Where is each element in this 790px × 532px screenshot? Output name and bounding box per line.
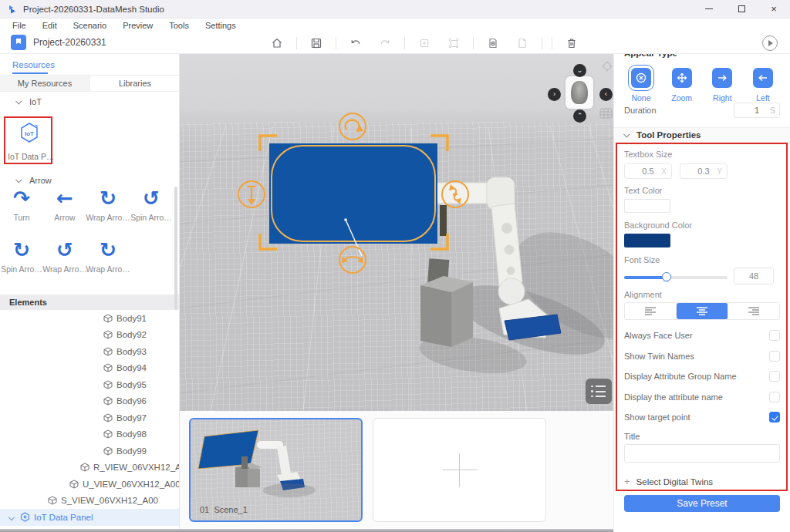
save-icon [309, 36, 323, 50]
tree-item[interactable]: Body96 [0, 393, 180, 410]
tree-item[interactable]: Body97 [0, 409, 180, 426]
menu-item[interactable]: File [12, 21, 26, 30]
checkbox[interactable] [769, 392, 780, 402]
tree-item[interactable]: IoT Data Panel [0, 509, 180, 526]
duplicate-button[interactable] [481, 34, 505, 52]
plus-icon: + [624, 476, 630, 487]
menu-item[interactable]: Tools [169, 21, 189, 30]
tree-item[interactable]: U_VIEW_06VXH12_A00 [0, 476, 180, 493]
duration-input[interactable]: 1 S [734, 103, 780, 118]
tree-item[interactable]: Body94 [0, 360, 180, 377]
title-input[interactable] [624, 444, 780, 463]
arrow-resource-item[interactable]: ↻ Spin Arro… [0, 238, 43, 290]
minimize-button[interactable] [693, 0, 725, 18]
menu-item[interactable]: Edit [42, 21, 57, 30]
rotate-view-up-button[interactable]: ⌃ [573, 109, 586, 123]
slider-thumb[interactable] [662, 272, 671, 281]
pedestal-box [420, 258, 473, 347]
appear-type-option[interactable]: Right [705, 65, 739, 103]
sidebar-scrollbar[interactable] [174, 187, 177, 310]
arrow-resource-item[interactable]: ↻ Wrap Arro… [86, 187, 130, 238]
arrow-resource-item[interactable]: ← Arrow [43, 187, 86, 238]
close-button[interactable]: × [758, 0, 790, 18]
chevron-right-icon: › [553, 91, 555, 98]
elements-tree: Body91 Body92 Body93 Body94 Body95 Body9 [0, 310, 180, 532]
textbox-size-label: Textbox Size [624, 150, 672, 159]
delete-button[interactable] [560, 34, 583, 52]
grid-toggle-button[interactable] [599, 108, 613, 121]
iot-group-header[interactable]: IoT [17, 97, 42, 106]
arrow-icon: ↷ [13, 187, 30, 213]
tree-item[interactable]: Body92 [0, 327, 180, 344]
scene-layers-button[interactable] [586, 379, 612, 404]
reset-view-button[interactable] [601, 60, 613, 75]
tree-item[interactable]: Body98 [0, 426, 180, 443]
home-button[interactable] [265, 34, 289, 52]
save-preset-button[interactable]: Save Preset [624, 495, 780, 512]
menu-bar: FileEditScenarioPreviewToolsSettings [0, 19, 790, 32]
align-right-icon [748, 306, 760, 317]
resources-tab[interactable]: My Resources [0, 76, 90, 91]
align-left-button[interactable] [625, 303, 677, 319]
align-center-button[interactable] [677, 303, 728, 319]
appear-type-option[interactable]: Zoom [665, 65, 699, 103]
resources-tab[interactable]: Libraries [90, 76, 180, 91]
tree-item[interactable]: Body93 [0, 343, 180, 360]
redo-icon [378, 36, 392, 50]
textbox-size-x-input[interactable]: 0.5 X [624, 163, 672, 179]
select-digital-twins-button[interactable]: + Select Digital Twins [624, 476, 713, 487]
checkbox[interactable] [769, 330, 780, 341]
cube-icon [103, 314, 113, 323]
duration-label: Duration [624, 106, 657, 115]
svg-text:IoT: IoT [25, 130, 34, 137]
arrow-resource-item[interactable]: ↺ Wrap Arro… [43, 238, 86, 290]
tree-item[interactable]: R_VIEW_06VXH12_A00 [0, 460, 180, 476]
menu-item[interactable]: Preview [123, 21, 153, 30]
arrow-resource-item[interactable]: ↷ Turn [0, 187, 43, 238]
text-color-swatch[interactable] [624, 199, 670, 213]
menu-item[interactable]: Scenario [73, 21, 106, 30]
tree-item[interactable]: S_VIEW_06VXH12_A00 [0, 493, 180, 510]
checkbox[interactable] [769, 371, 780, 382]
textbox-size-y-input[interactable]: 0.3 Y [680, 163, 728, 179]
appear-type-option[interactable]: None [624, 65, 658, 103]
scene-viewport[interactable]: ⌄ › ‹ ⌃ [180, 54, 613, 411]
view-gizmo[interactable] [565, 76, 593, 109]
appear-type-option[interactable]: Left [746, 65, 780, 103]
checkbox[interactable] [769, 412, 780, 423]
undo-button[interactable] [344, 34, 367, 52]
rotate-view-left-button[interactable]: ‹ [599, 88, 613, 101]
scene-label: 01 Scene_1 [200, 505, 248, 514]
title-label: Title [624, 432, 640, 441]
arrow-resource-item[interactable]: ↻ Wrap Arro… [86, 238, 130, 290]
view-gizmo-head [571, 81, 588, 104]
rotate-handle-top [339, 113, 366, 140]
scene-thumbnail[interactable]: 01 Scene_1 [189, 418, 363, 522]
preview-play-button[interactable] [762, 35, 778, 51]
arrow-left-icon [757, 72, 769, 84]
tree-item[interactable]: Body91 [0, 310, 180, 327]
chevron-down-icon [623, 131, 630, 137]
scene-thumbnail[interactable] [373, 418, 546, 522]
rotate-view-right-button[interactable]: › [548, 88, 561, 101]
arrow-group-header[interactable]: Arrow [17, 176, 52, 185]
align-right-button[interactable] [728, 303, 779, 319]
font-size-slider[interactable] [624, 272, 728, 281]
toolbar-divider [336, 37, 336, 49]
font-size-input[interactable]: 48 [734, 268, 774, 285]
tool-properties-header[interactable]: Tool Properties [614, 127, 790, 143]
maximize-button[interactable] [725, 0, 758, 18]
checkbox[interactable] [769, 351, 780, 362]
arrow-resource-item[interactable]: ↺ Spin Arro… [130, 187, 173, 238]
background-color-swatch[interactable] [624, 234, 670, 247]
tree-item[interactable]: Body95 [0, 376, 180, 393]
menu-item[interactable]: Settings [205, 21, 236, 30]
play-icon [768, 40, 773, 46]
save-button[interactable] [305, 34, 328, 52]
window-title: Project-20260331-DataMesh Studio [23, 5, 164, 14]
rotate-view-down-button[interactable]: ⌄ [573, 64, 586, 77]
iot-data-panel-resource[interactable]: IoT IoT Data P… [8, 120, 51, 161]
tree-item[interactable]: Body99 [0, 443, 180, 460]
chevron-down-icon [15, 177, 22, 183]
cube-icon [103, 429, 113, 439]
